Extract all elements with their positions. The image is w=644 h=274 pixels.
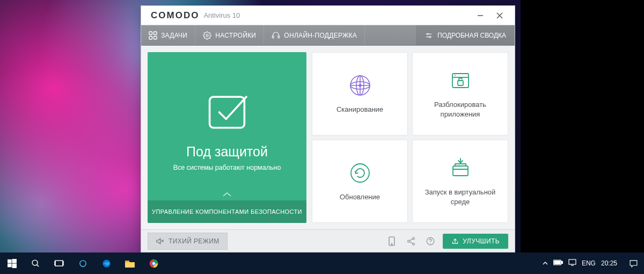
svg-rect-57 [554, 261, 560, 264]
toolbar-detailed-summary[interactable]: ПОДРОБНАЯ СВОДКА [415, 25, 515, 45]
upgrade-label: УЛУЧШИТЬ [463, 237, 500, 245]
tile-update[interactable]: Обновление [312, 140, 408, 223]
tile-virtual-run[interactable]: Запуск в виртуальной среде [412, 140, 508, 223]
taskbar-chrome[interactable] [142, 253, 165, 274]
taskbar-file-explorer[interactable] [118, 253, 142, 274]
toolbar-support-label: ОНЛАЙН-ПОДДЕРЖКА [284, 32, 357, 39]
windows-icon [8, 259, 17, 268]
titlebar: COMODO Antivirus 10 [141, 6, 515, 25]
action-tiles: Сканирование Разблокировать приложения [312, 52, 508, 223]
headset-icon [272, 31, 280, 40]
tray-battery-icon[interactable] [553, 259, 563, 267]
edge-icon [102, 259, 111, 268]
help-button[interactable] [423, 234, 437, 248]
tile-virtual-run-label: Запуск в виртуальной среде [413, 188, 508, 206]
tray-language[interactable]: ENG [582, 259, 596, 267]
tasks-icon [149, 31, 157, 40]
svg-point-33 [408, 240, 410, 242]
svg-point-38 [430, 243, 431, 243]
svg-rect-47 [54, 262, 55, 265]
quiet-mode-button[interactable]: ТИХИЙ РЕЖИМ [148, 233, 228, 250]
gear-icon [203, 31, 211, 40]
window-bottom-bar: ТИХИЙ РЕЖИМ УЛУЧШИТЬ [141, 229, 515, 252]
taskbar-edge[interactable] [94, 253, 118, 274]
svg-marker-27 [157, 239, 160, 243]
status-title: Под защитой [186, 144, 268, 160]
svg-line-35 [409, 239, 413, 240]
tile-scan[interactable]: Сканирование [312, 52, 408, 135]
taskbar-search[interactable] [24, 253, 47, 274]
close-button[interactable] [490, 7, 509, 24]
svg-line-45 [36, 264, 39, 266]
svg-line-36 [409, 241, 413, 243]
taskbar-taskview[interactable] [47, 253, 71, 274]
tray-clock[interactable]: 20:25 [601, 259, 617, 267]
folder-icon [125, 259, 135, 268]
minimize-button[interactable] [471, 7, 490, 24]
svg-point-22 [455, 75, 456, 76]
tray-network-icon[interactable] [568, 259, 576, 268]
svg-rect-46 [55, 261, 63, 266]
toolbar-summary-label: ПОДРОБНАЯ СВОДКА [437, 32, 506, 39]
search-icon [31, 259, 40, 268]
start-button[interactable] [0, 253, 24, 274]
mobile-button[interactable] [385, 234, 399, 248]
status-body: Под защитой Все системы работают нормаль… [148, 52, 306, 200]
svg-point-31 [391, 243, 392, 244]
main-toolbar: ЗАДАЧИ НАСТРОЙКИ ОНЛАЙН-ПОДДЕРЖКА ПОДРОБ… [141, 25, 515, 46]
mute-icon [156, 237, 164, 246]
help-icon [426, 236, 435, 246]
toolbar-settings[interactable]: НАСТРОЙКИ [195, 25, 264, 45]
svg-point-11 [427, 33, 429, 35]
tile-unblock-label: Разблокировать приложения [413, 100, 508, 119]
svg-rect-3 [149, 32, 152, 35]
toolbar-tasks-label: ЗАДАЧИ [161, 32, 187, 39]
comodo-antivirus-window: COMODO Antivirus 10 ЗАДАЧИ НАСТРОЙКИ ОН [141, 5, 515, 253]
notification-icon [629, 259, 638, 268]
main-content: Под защитой Все системы работают нормаль… [141, 46, 515, 229]
svg-point-49 [79, 260, 85, 266]
quiet-mode-label: ТИХИЙ РЕЖИМ [169, 237, 219, 245]
status-expand-chevron-icon[interactable] [222, 190, 232, 199]
tile-update-label: Обновление [334, 192, 385, 202]
security-components-button[interactable]: УПРАВЛЕНИЕ КОМПОНЕНТАМИ БЕЗОПАСНОСТИ [148, 200, 306, 223]
tile-unblock-apps[interactable]: Разблокировать приложения [412, 52, 508, 135]
upgrade-icon [451, 237, 459, 245]
desktop-wallpaper-dark [521, 0, 644, 253]
svg-point-34 [413, 243, 415, 245]
toolbar-support[interactable]: ОНЛАЙН-ПОДДЕРЖКА [264, 25, 365, 45]
svg-point-13 [429, 36, 431, 38]
svg-point-54 [152, 262, 155, 265]
svg-rect-5 [149, 36, 152, 39]
share-button[interactable] [404, 234, 418, 248]
taskview-icon [54, 259, 64, 267]
toolbar-tasks[interactable]: ЗАДАЧИ [141, 25, 195, 45]
svg-rect-42 [8, 263, 12, 267]
status-panel: Под защитой Все системы работают нормаль… [148, 52, 306, 223]
svg-rect-4 [154, 32, 157, 35]
svg-point-7 [206, 34, 208, 37]
virtual-run-icon [449, 156, 472, 180]
close-icon [496, 12, 503, 19]
upgrade-button[interactable]: УЛУЧШИТЬ [443, 234, 508, 249]
taskbar-action-center[interactable] [623, 253, 644, 274]
chrome-icon [149, 259, 158, 268]
toolbar-settings-label: НАСТРОЙКИ [215, 32, 256, 39]
minimize-icon [477, 12, 484, 19]
protected-check-icon [203, 88, 251, 136]
svg-point-19 [358, 84, 361, 86]
taskbar-cortana[interactable] [71, 253, 94, 274]
svg-rect-25 [453, 166, 468, 176]
update-icon [348, 161, 372, 185]
phone-icon [387, 236, 396, 246]
sliders-icon [425, 31, 433, 40]
system-tray: ENG 20:25 [537, 259, 623, 268]
tray-chevron-up-icon[interactable] [543, 259, 548, 267]
svg-point-24 [351, 164, 369, 182]
svg-rect-58 [569, 259, 576, 264]
svg-rect-56 [561, 262, 562, 264]
windows-taskbar: ENG 20:25 [0, 253, 644, 274]
tile-scan-label: Сканирование [331, 105, 389, 114]
svg-rect-40 [8, 259, 12, 263]
svg-point-32 [413, 237, 415, 239]
